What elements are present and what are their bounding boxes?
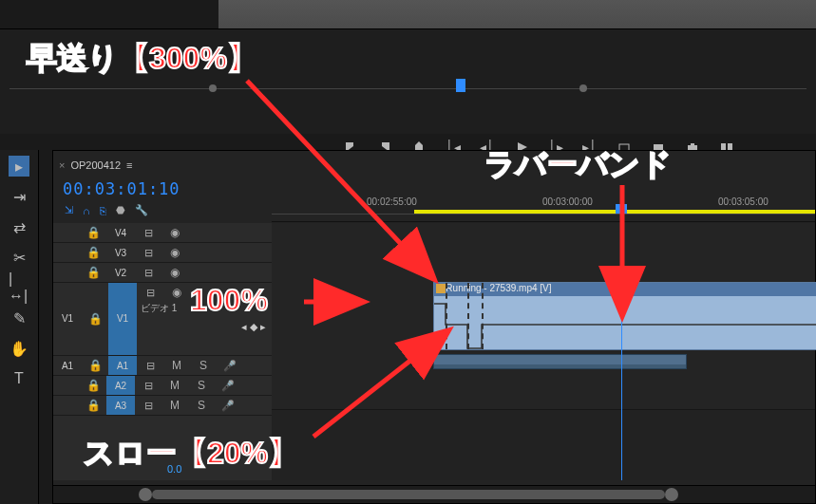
annotation-100: 100%: [190, 283, 268, 318]
keyframe-add-icon[interactable]: ◆: [250, 321, 257, 340]
close-icon[interactable]: ×: [59, 159, 65, 171]
lane-v2[interactable]: [272, 261, 815, 281]
linked-selection-icon[interactable]: ⎘: [100, 205, 106, 216]
selection-tool[interactable]: ▸: [9, 156, 29, 177]
voiceover-icon[interactable]: 🎤: [217, 356, 243, 375]
keyframe-next-icon[interactable]: ▸: [260, 321, 266, 340]
timeline-canvas[interactable]: 00:02:55:00 00:03:00:00 00:03:05:00 Runn…: [272, 193, 815, 480]
sequence-options: ⇲ ∩ ⎘ ⬣ 🔧: [65, 204, 148, 216]
ruler-tick: 00:03:00:00: [542, 196, 593, 207]
eye-icon[interactable]: ◉: [161, 263, 188, 282]
lane-v3[interactable]: [272, 242, 815, 262]
lock-icon[interactable]: 🔒: [80, 223, 106, 242]
clip-filename: Running - 27539.mp4 [V]: [446, 283, 551, 293]
lane-a1[interactable]: [272, 352, 815, 372]
rubber-band[interactable]: [434, 296, 816, 355]
track-row-a2[interactable]: 🔒 A2 ⊟ M S 🎤: [53, 376, 272, 396]
annotation-fast: 早送り【300%】: [27, 38, 257, 80]
sequence-name: OP200412: [70, 159, 121, 171]
lane-v1[interactable]: Running - 27539.mp4 [V]: [272, 280, 815, 353]
mini-playhead[interactable]: [456, 79, 465, 92]
voiceover-icon[interactable]: 🎤: [215, 376, 241, 395]
toggle-output-icon[interactable]: ⊟: [135, 396, 161, 415]
track-select-tool[interactable]: ⇥: [9, 186, 29, 207]
lane-a2[interactable]: [272, 371, 815, 391]
ruler-tick: 00:03:05:00: [718, 196, 769, 207]
mute-button[interactable]: M: [161, 396, 188, 415]
track-row-a3[interactable]: 🔒 A3 ⊟ M S 🎤: [53, 396, 272, 416]
marker-icon[interactable]: ⬣: [116, 204, 125, 216]
eye-icon[interactable]: ◉: [161, 223, 188, 242]
solo-button[interactable]: S: [190, 356, 217, 375]
razor-tool[interactable]: ✂: [9, 247, 29, 268]
sequence-tab[interactable]: × OP200412 ≡: [59, 155, 132, 176]
hand-tool[interactable]: ✋: [9, 338, 29, 359]
zoom-handle-right[interactable]: [665, 488, 678, 501]
zoom-handle-left[interactable]: [139, 488, 152, 501]
solo-button[interactable]: S: [188, 396, 215, 415]
mute-button[interactable]: M: [161, 376, 188, 395]
program-monitor: [218, 0, 816, 28]
svg-rect-3: [691, 143, 694, 146]
scroll-thumb[interactable]: [152, 490, 665, 499]
video-clip[interactable]: Running - 27539.mp4 [V]: [433, 282, 816, 350]
range-out-marker[interactable]: [579, 84, 587, 92]
track-target[interactable]: V1: [108, 283, 137, 355]
keyframe-prev-icon[interactable]: ◂: [241, 321, 247, 340]
playhead[interactable]: [621, 193, 622, 480]
lock-icon[interactable]: 🔒: [80, 263, 106, 282]
menu-icon[interactable]: ≡: [126, 159, 132, 171]
lock-icon[interactable]: 🔒: [82, 283, 108, 355]
track-row-a1[interactable]: A1 🔒 A1 ⊟ M S 🎤: [53, 356, 272, 376]
ruler-tick: 00:02:55:00: [367, 196, 417, 207]
mute-button[interactable]: M: [163, 356, 190, 375]
lock-icon[interactable]: 🔒: [80, 243, 106, 262]
track-row-v3[interactable]: 🔒 V3 ⊟ ◉: [53, 243, 272, 263]
source-patch[interactable]: V1: [53, 283, 82, 355]
fx-badge[interactable]: [436, 284, 446, 293]
track-target[interactable]: A1: [108, 356, 137, 375]
lane-v4[interactable]: [272, 223, 815, 243]
current-timecode[interactable]: 00:03:01:10: [63, 179, 180, 198]
toggle-output-icon[interactable]: ⊟: [135, 223, 161, 242]
slip-tool[interactable]: |↔|: [9, 277, 29, 298]
lane-a3[interactable]: [272, 390, 815, 410]
track-label: V4: [106, 223, 135, 242]
eye-icon[interactable]: ◉: [163, 283, 190, 302]
annotation-slow: スロー【20%】: [84, 433, 298, 475]
pen-tool[interactable]: ✎: [9, 308, 29, 328]
tool-palette: ▸ ⇥ ⇄ ✂ |↔| ✎ ✋ T: [0, 150, 39, 504]
track-label: V2: [106, 263, 135, 282]
ripple-edit-tool[interactable]: ⇄: [9, 216, 29, 237]
track-row-v4[interactable]: 🔒 V4 ⊟ ◉: [53, 223, 272, 243]
time-ruler[interactable]: 00:02:55:00 00:03:00:00 00:03:05:00: [272, 193, 815, 222]
track-label: V3: [106, 243, 135, 262]
solo-button[interactable]: S: [188, 376, 215, 395]
toggle-output-icon[interactable]: ⊟: [137, 283, 163, 302]
track-row-v2[interactable]: 🔒 V2 ⊟ ◉: [53, 263, 272, 283]
work-area-bar[interactable]: [414, 210, 815, 214]
voiceover-icon[interactable]: 🎤: [215, 396, 241, 415]
toggle-output-icon[interactable]: ⊟: [135, 263, 161, 282]
range-in-marker[interactable]: [209, 84, 217, 92]
program-scrubber[interactable]: [9, 79, 807, 98]
track-target[interactable]: A2: [106, 376, 135, 395]
type-tool[interactable]: T: [9, 368, 29, 389]
lock-icon[interactable]: 🔒: [80, 396, 106, 415]
annotation-rubber: ラバーバンド: [484, 144, 672, 186]
track-target[interactable]: A3: [106, 396, 135, 415]
toggle-output-icon[interactable]: ⊟: [137, 356, 163, 375]
audio-clip[interactable]: [433, 354, 687, 369]
lock-icon[interactable]: 🔒: [82, 356, 108, 375]
source-patch[interactable]: A1: [53, 356, 82, 375]
timeline-zoom-scrollbar[interactable]: [53, 485, 815, 503]
toggle-output-icon[interactable]: ⊟: [135, 376, 161, 395]
nest-icon[interactable]: ⇲: [65, 204, 73, 216]
lock-icon[interactable]: 🔒: [80, 376, 106, 395]
snap-icon[interactable]: ∩: [83, 205, 90, 216]
toggle-output-icon[interactable]: ⊟: [135, 243, 161, 262]
eye-icon[interactable]: ◉: [161, 243, 188, 262]
wrench-icon[interactable]: 🔧: [135, 204, 148, 216]
